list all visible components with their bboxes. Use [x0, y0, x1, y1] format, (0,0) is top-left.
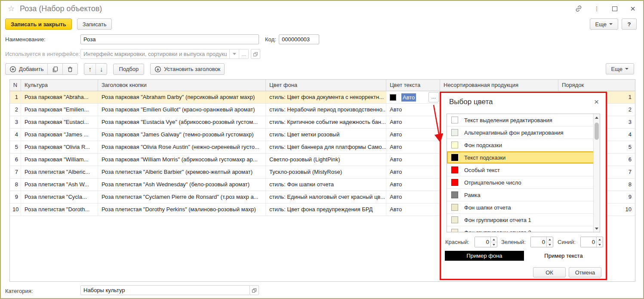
cell-n[interactable]: 5 [10, 141, 21, 153]
dialog-close-icon[interactable]: × [594, 98, 599, 106]
color-list-item[interactable]: Фон группировки отчета 1 [447, 214, 594, 226]
delete-row-button[interactable] [62, 64, 77, 74]
cell-caption[interactable]: Роза парковая "James Galway" (темно-розо… [98, 129, 266, 141]
cell-culture[interactable]: Роза парковая "William... [21, 154, 98, 166]
cell-bg-color[interactable]: Тускло-розовый (MistyRose) [266, 166, 386, 178]
maximize-icon[interactable] [610, 4, 619, 13]
cell-bg-color[interactable]: стиль: Фон шапки отчета [266, 179, 386, 191]
color-list-item[interactable]: Альтернативный фон редактирования [447, 126, 594, 139]
green-decrement-button[interactable] [547, 242, 553, 247]
cell-caption[interactable]: Роза плетистая "Cyclamen Pierre de Ronsa… [98, 191, 266, 203]
cell-bg-color[interactable]: стиль: Цвет баннера для платформы Само..… [266, 141, 386, 153]
favorite-star-icon[interactable]: ☆ [8, 4, 15, 13]
name-input[interactable] [80, 34, 259, 44]
cell-caption[interactable]: Роза парковая "Emilien Guillot" (красно-… [98, 104, 266, 116]
cell-text-color[interactable]: Авто [386, 116, 440, 128]
cell-text-color[interactable]: Авто [386, 203, 440, 216]
list-scrollbar[interactable] [593, 114, 600, 232]
interface-dropdown-button[interactable] [229, 49, 239, 59]
cell-n[interactable]: 3 [10, 116, 21, 128]
blue-decrement-button[interactable] [597, 242, 603, 247]
cell-culture[interactable]: Роза парковая "Abraha... [21, 91, 98, 103]
cell-text-color[interactable]: Авто [386, 179, 440, 191]
code-input[interactable] [279, 34, 319, 44]
interface-choose-button[interactable]: ... [239, 49, 248, 59]
cell-caption[interactable]: Роза плетистая "Dorothy Perkins" (малино… [98, 203, 266, 216]
move-down-button[interactable]: ↓ [96, 64, 107, 74]
cell-bg-color[interactable]: стиль: Цвет фона документа с некорректн.… [266, 91, 386, 103]
cell-bg-color[interactable]: стиль: Цвет метки розовый [266, 129, 386, 141]
link-icon[interactable] [574, 4, 583, 13]
ok-button[interactable]: ОК [533, 267, 566, 277]
green-input[interactable] [531, 237, 546, 247]
set-caption-button[interactable]: Установить заголовок [151, 64, 224, 74]
cell-n[interactable]: 9 [10, 191, 21, 203]
move-up-button[interactable]: ↑ [84, 64, 96, 74]
cell-caption[interactable]: Роза плетистая "Alberic Barbier" (кремов… [98, 166, 266, 178]
red-input[interactable] [475, 237, 490, 247]
cancel-button[interactable]: Отмена [569, 267, 601, 277]
interface-input[interactable] [81, 49, 229, 59]
color-list-item[interactable]: Особый текст [447, 164, 594, 176]
cell-text-color[interactable]: Авто [386, 141, 440, 153]
cell-text-color[interactable]: Авто [386, 104, 440, 116]
column-header-n[interactable]: N [10, 80, 21, 91]
cell-culture[interactable]: Роза плетистая "Doroth... [21, 203, 98, 216]
cell-bg-color[interactable]: Светло-розовый (LightPink) [266, 154, 386, 166]
cell-n[interactable]: 1 [10, 91, 21, 103]
color-list-item[interactable]: Рамка [447, 189, 594, 201]
cell-n[interactable]: 6 [10, 154, 21, 166]
help-button[interactable]: ? [622, 18, 637, 30]
category-open-button[interactable] [250, 285, 259, 295]
scroll-thumb[interactable] [595, 123, 599, 140]
color-list-item[interactable]: Фон группировки отчета 2 [447, 226, 594, 232]
more-button-top[interactable]: Еще [590, 18, 618, 30]
cell-text-color[interactable]: Авто [386, 154, 440, 166]
save-and-close-button[interactable]: Записать и закрыть [5, 18, 72, 30]
red-decrement-button[interactable] [491, 242, 497, 247]
column-header-culture[interactable]: Культура [21, 80, 98, 91]
interface-open-button[interactable] [251, 49, 260, 59]
scroll-up-button[interactable] [594, 114, 600, 120]
column-header-caption[interactable]: Заголовок кнопки [98, 80, 266, 91]
cell-bg-color[interactable]: стиль: Нерабочий период производственно.… [266, 104, 386, 116]
red-increment-button[interactable] [491, 237, 497, 242]
cell-culture[interactable]: Роза парковая "James ... [21, 129, 98, 141]
cell-culture[interactable]: Роза парковая "Emilien... [21, 104, 98, 116]
cell-bg-color[interactable]: стиль: Критичное событие надежность бан.… [266, 116, 386, 128]
color-list-item[interactable]: Фон шапки отчета [447, 201, 594, 214]
color-list-item[interactable]: Фон подсказки [447, 139, 594, 151]
cell-n[interactable]: 10 [10, 203, 21, 216]
cell-n[interactable]: 8 [10, 179, 21, 191]
close-icon[interactable]: × [629, 4, 637, 13]
cell-caption[interactable]: Роза парковая "Abraham Darby" (персиковы… [98, 91, 266, 103]
cell-culture[interactable]: Роза плетистая "Ash W... [21, 179, 98, 191]
more-button-list[interactable]: Еще [606, 63, 634, 74]
column-header-unsorted[interactable]: Несортированная продукция [440, 80, 558, 91]
green-increment-button[interactable] [547, 237, 553, 242]
choose-color-button[interactable]: ... [428, 92, 439, 102]
color-list-item[interactable]: Отрицательное число [447, 176, 594, 189]
cell-caption[interactable]: Роза парковая "Eustacia Vye" (абрикосово… [98, 116, 266, 128]
cell-text-color[interactable]: Авто [386, 129, 440, 141]
menu-dots-icon[interactable]: ⁞ [592, 4, 601, 13]
save-button[interactable]: Записать [77, 18, 112, 30]
blue-input[interactable] [581, 237, 596, 247]
cell-text-color-editing[interactable]: Авто ... [386, 91, 440, 103]
column-header-bg-color[interactable]: Цвет фона [266, 80, 386, 91]
category-input[interactable] [80, 285, 250, 295]
scroll-down-button[interactable] [594, 225, 600, 231]
cell-culture[interactable]: Роза плетистая "Alberic... [21, 166, 98, 178]
cell-text-color[interactable]: Авто [386, 191, 440, 203]
column-header-text-color[interactable]: Цвет текста [386, 80, 440, 91]
cell-n[interactable]: 4 [10, 129, 21, 141]
cell-text-color[interactable]: Авто [386, 166, 440, 178]
cell-culture[interactable]: Роза парковая "Olivia R... [21, 141, 98, 153]
cell-culture[interactable]: Роза парковая "Eustaci... [21, 116, 98, 128]
cell-n[interactable]: 7 [10, 166, 21, 178]
cell-culture[interactable]: Роза плетистая "Cycla... [21, 191, 98, 203]
cell-bg-color[interactable]: стиль: Цвет фона предупреждения БРД [266, 203, 386, 216]
column-header-order[interactable]: Порядок [558, 80, 636, 91]
cell-n[interactable]: 2 [10, 104, 21, 116]
color-list-item-selected[interactable]: Текст подсказки [447, 151, 594, 164]
